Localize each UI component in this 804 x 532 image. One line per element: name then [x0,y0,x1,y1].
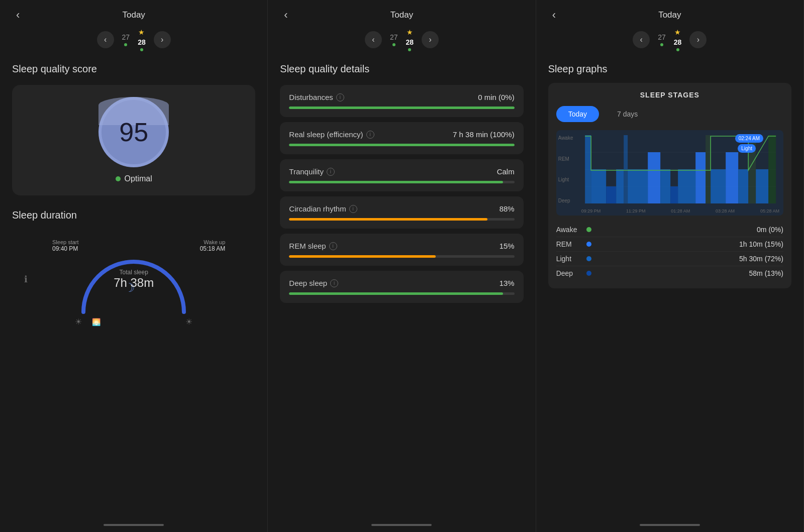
panel3-date-next[interactable]: › [689,31,707,48]
legend-awake: Awake 0m (0%) [556,223,783,237]
panel1-date-28[interactable]: ★ 28 [138,28,146,51]
real-sleep-info-icon[interactable]: i [366,131,374,139]
circadian-info-icon[interactable]: i [349,205,357,213]
score-card: 95 Optimal [12,85,255,195]
panel1-header-title: Today [122,10,145,20]
deep-fill [289,292,503,295]
panel3-date-selector: ‹ 27 ★ 28 › [548,28,791,51]
panel3-star-icon: ★ [674,28,681,36]
svg-rect-18 [695,152,706,203]
svg-rect-24 [756,169,768,203]
panel3-date-28[interactable]: ★ 28 [674,28,682,51]
legend-deep-name: Deep [556,269,586,277]
rem-fill [289,255,435,258]
panel3-main-title: Sleep graphs [548,63,791,75]
real-sleep-bar [289,144,514,146]
total-sleep-value: 7h 38m [114,276,154,290]
panel2-date-prev[interactable]: ‹ [365,31,382,48]
panel2-date-27-dot [392,43,395,46]
panel3-date-27[interactable]: 27 [658,33,666,46]
svg-rect-17 [678,169,695,203]
legend-awake-name: Awake [556,226,586,234]
rem-label: REM sleep [289,242,326,250]
panel2-date-27[interactable]: 27 [390,33,398,46]
arc-info: Total sleep 7h 38m [114,269,154,290]
panel1-star-icon: ★ [138,28,145,36]
circadian-label: Circadian rhythm [289,204,346,213]
total-sleep-label: Total sleep [119,269,148,276]
legend-table: Awake 0m (0%) REM 1h 10m (15%) Light 5h … [556,223,783,280]
tab-7days[interactable]: 7 days [605,106,650,122]
disturbances-value: 0 min (0%) [478,93,515,101]
panel2-star-icon: ★ [407,28,413,36]
legend-deep-dot [586,271,591,276]
deep-label: Deep sleep [289,279,327,287]
svg-rect-10 [606,186,616,203]
score-status-text: Optimal [125,174,152,183]
panel1-back-button[interactable]: ‹ [12,7,24,24]
stages-tabs: Today 7 days [556,106,783,122]
svg-rect-25 [768,135,776,203]
sleep-stages-section: SLEEP STAGES Today 7 days Awake REM Ligh… [548,83,791,288]
svg-rect-22 [738,169,748,203]
metric-disturbances: Disturbances i 0 min (0%) [280,85,523,117]
disturbances-bar [289,107,514,109]
panel1-date-next[interactable]: › [154,31,171,48]
tranquility-value: Calm [497,167,515,176]
tranquility-info-icon[interactable]: i [327,168,335,176]
x-label-5: 05:28 AM [760,208,779,214]
panel1-date-prev[interactable]: ‹ [97,31,114,48]
panel2-back-button[interactable]: ‹ [280,7,291,24]
panel3-date-28-dot [676,48,679,51]
score-status: Optimal [116,174,152,183]
metric-deep: Deep sleep i 13% [280,271,523,303]
y-label-rem: REM [558,156,573,162]
legend-light-value: 5h 30m (72%) [739,255,783,263]
svg-rect-21 [726,152,738,203]
duration-title: Sleep duration [12,209,255,221]
panel2-date-next[interactable]: › [422,31,439,48]
deep-bar [289,292,514,295]
panel3-header: ‹ Today [548,10,791,20]
panel-sleep-score: ‹ Today ‹ 27 ★ 28 › Sleep quality score … [0,0,268,532]
panel2-date-28-dot [408,48,411,51]
rem-info-icon[interactable]: i [329,242,337,250]
panel3-back-button[interactable]: ‹ [548,7,560,24]
legend-deep-value: 58m (13%) [749,269,783,277]
svg-rect-16 [670,186,678,203]
svg-rect-14 [648,152,660,203]
panel1-date-28-dot [140,48,143,51]
wake-label: Wake up 05:18 AM [200,239,226,252]
real-sleep-label: Real sleep (efficiency) [289,130,363,139]
tab-today[interactable]: Today [556,106,599,122]
panel2-date-28[interactable]: ★ 28 [406,28,414,51]
sleep-start-label: Sleep start 09:40 PM [52,239,79,252]
metric-rem: REM sleep i 15% [280,234,523,266]
rem-bar [289,255,514,258]
y-label-awake: Awake [558,135,573,141]
panel2-bottom-bar [371,524,432,526]
panel1-date-27[interactable]: 27 [122,33,130,46]
svg-rect-12 [624,135,628,203]
real-sleep-fill [289,144,514,146]
panel3-date-27-dot [660,43,663,46]
tranquility-fill [289,181,503,183]
panel-sleep-graphs: ‹ Today ‹ 27 ★ 28 › Sleep graphs SLEEP S… [536,0,804,532]
panel3-date-prev[interactable]: ‹ [633,31,650,48]
panel1-date-27-dot [124,43,127,46]
panel1-score-title: Sleep quality score [12,63,255,75]
chart-area: Awake REM Light Deep [556,130,783,216]
disturbances-info-icon[interactable]: i [336,93,344,101]
legend-awake-dot [586,227,591,232]
circadian-fill [289,218,487,221]
svg-rect-19 [706,135,711,203]
legend-rem-value: 1h 10m (15%) [739,240,783,248]
arc-container: ℹ ☽ ☀ ☀ 🌅 Sleep start 09:40 PM Wake up [12,229,255,330]
panel3-bottom-bar [640,524,700,526]
legend-awake-value: 0m (0%) [757,226,783,234]
svg-rect-20 [711,169,726,203]
panel2-header-title: Today [390,10,413,20]
deep-info-icon[interactable]: i [330,279,338,287]
panel1-date-selector: ‹ 27 ★ 28 › [12,28,255,51]
svg-rect-8 [585,135,591,203]
